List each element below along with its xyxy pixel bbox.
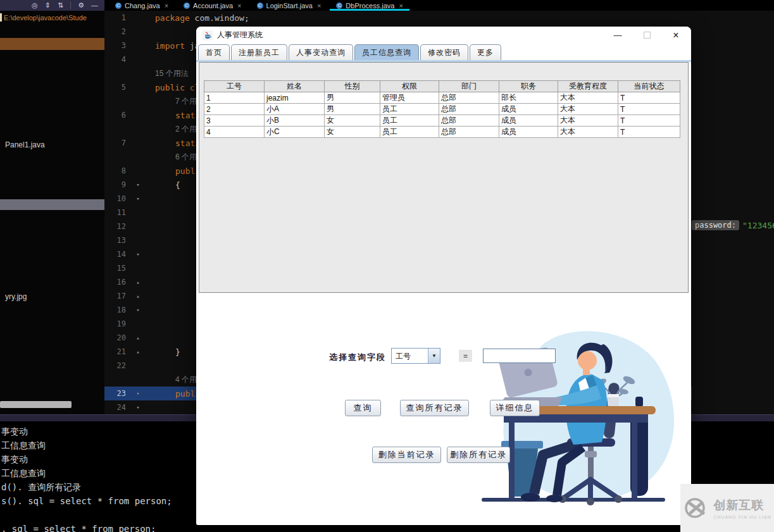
table-cell: 大本 bbox=[558, 127, 618, 138]
fold-marker-icon[interactable]: ▾ bbox=[131, 182, 145, 188]
code-token: package bbox=[155, 13, 190, 23]
close-tab-icon[interactable]: × bbox=[399, 2, 403, 9]
code-token: } bbox=[175, 347, 180, 357]
file-tab-chang-java[interactable]: CChang.java× bbox=[108, 0, 176, 11]
password-param-chip: password: bbox=[692, 220, 739, 230]
query-button[interactable]: 查询 bbox=[345, 400, 381, 416]
close-button[interactable]: × bbox=[671, 30, 681, 40]
file-tab-dbprocess-java[interactable]: CDbProcess.java× bbox=[328, 0, 410, 11]
line-number: 19 bbox=[104, 319, 131, 328]
tab-注册新员工[interactable]: 注册新员工 bbox=[231, 44, 287, 60]
table-row[interactable]: 4小C女员工总部成员大本T bbox=[204, 127, 680, 138]
app-window: 人事管理系统 — × 首页注册新员工人事变动查询员工信息查询修改密码更多 工号姓… bbox=[196, 27, 691, 525]
query-field-select[interactable]: 工号 ▼ bbox=[391, 348, 440, 364]
project-hover-row[interactable] bbox=[0, 199, 104, 210]
tab-人事变动查询[interactable]: 人事变动查询 bbox=[289, 44, 353, 60]
fold-marker-icon[interactable]: ▾ bbox=[131, 404, 145, 411]
java-app-icon bbox=[203, 30, 213, 40]
table-cell: T bbox=[618, 104, 680, 115]
line-number: 11 bbox=[104, 208, 131, 217]
line-number: 13 bbox=[104, 236, 131, 245]
password-string-literal: "123456" bbox=[742, 221, 774, 230]
table-cell: 小C bbox=[265, 127, 325, 138]
chevron-down-icon[interactable]: ▼ bbox=[428, 349, 440, 363]
delete-all-button[interactable]: 删除所有记录 bbox=[447, 447, 510, 463]
line-number: 23 bbox=[104, 389, 131, 398]
target-icon[interactable]: ◎ bbox=[32, 2, 38, 9]
file-tab-loginstart-java[interactable]: CLoginStart.java× bbox=[249, 0, 329, 11]
code-line: 1package com.window; bbox=[104, 11, 774, 25]
table-cell: 男 bbox=[325, 92, 380, 104]
close-tab-icon[interactable]: × bbox=[237, 2, 241, 9]
table-cell: 总部 bbox=[439, 127, 499, 138]
file-tab-account-java[interactable]: CAccount.java× bbox=[176, 0, 249, 11]
fold-marker-icon[interactable]: ▾ bbox=[131, 307, 145, 313]
tab-修改密码[interactable]: 修改密码 bbox=[420, 44, 468, 60]
file-tab-label: LoginStart.java bbox=[266, 2, 313, 9]
column-header[interactable]: 职务 bbox=[499, 81, 558, 92]
code-token: { bbox=[175, 180, 180, 190]
table-row[interactable]: 3小B女员工总部成员大本T bbox=[204, 115, 680, 127]
tab-员工信息查询[interactable]: 员工信息查询 bbox=[354, 44, 419, 60]
table-row[interactable]: 2小A男员工总部成员大本T bbox=[204, 104, 680, 115]
watermark-subtext: CHUANG XIN HU LIAN bbox=[713, 515, 771, 519]
line-number: 8 bbox=[104, 166, 131, 175]
class-file-icon: C bbox=[115, 3, 122, 9]
column-header[interactable]: 权限 bbox=[380, 81, 439, 92]
watermark-badge: 创新互联 CHUANG XIN HU LIAN bbox=[680, 484, 774, 532]
tab-首页[interactable]: 首页 bbox=[198, 44, 230, 60]
column-header[interactable]: 姓名 bbox=[265, 81, 325, 92]
code-text: { bbox=[165, 180, 180, 190]
tab-更多[interactable]: 更多 bbox=[470, 44, 501, 60]
editor-file-tabs: CChang.java×CAccount.java×CLoginStart.ja… bbox=[108, 0, 411, 11]
column-header[interactable]: 受教育程度 bbox=[558, 81, 618, 92]
line-number: 21 bbox=[104, 347, 131, 356]
table-cell: 成员 bbox=[499, 115, 558, 127]
detail-info-button[interactable]: 详细信息 bbox=[490, 400, 540, 416]
line-number: 15 bbox=[104, 264, 131, 273]
fold-marker-icon[interactable]: ▾ bbox=[131, 195, 145, 202]
table-row[interactable]: 1jeazim男管理员总部部长大本T bbox=[204, 92, 680, 104]
app-tab-bar: 首页注册新员工人事变动查询员工信息查询修改密码更多 bbox=[198, 44, 501, 60]
fold-marker-icon[interactable]: ▾ bbox=[131, 390, 145, 397]
app-title-bar[interactable]: 人事管理系统 — × bbox=[196, 27, 691, 44]
expand-all-icon[interactable]: ⇕ bbox=[45, 2, 51, 9]
maximize-button[interactable] bbox=[642, 30, 652, 40]
line-number: 5 bbox=[104, 83, 131, 92]
column-header[interactable]: 工号 bbox=[204, 81, 265, 92]
table-cell: 女 bbox=[325, 115, 380, 127]
fold-marker-icon[interactable]: ▴ bbox=[131, 349, 145, 355]
fold-marker-icon[interactable]: ▴ bbox=[131, 335, 145, 341]
close-tab-icon[interactable]: × bbox=[317, 2, 321, 9]
table-cell: 大本 bbox=[558, 92, 618, 104]
line-number: 1 bbox=[104, 13, 131, 22]
project-panel[interactable]: E:\develop\javacode\Stude Panel1.java yr… bbox=[0, 11, 104, 414]
project-file-yry[interactable]: yry.jpg bbox=[5, 292, 27, 301]
project-selected-row[interactable] bbox=[0, 38, 104, 50]
project-horizontal-scrollbar[interactable] bbox=[0, 401, 72, 408]
employee-table[interactable]: 工号姓名性别权限部门职务受教育程度当前状态1jeazim男管理员总部部长大本T2… bbox=[204, 80, 680, 138]
collapse-all-icon[interactable]: ⇅ bbox=[58, 2, 63, 9]
maximize-icon bbox=[644, 32, 651, 39]
query-value-input[interactable] bbox=[483, 349, 556, 363]
line-number: 16 bbox=[104, 278, 131, 287]
table-cell: 大本 bbox=[558, 115, 618, 127]
column-header[interactable]: 性别 bbox=[325, 81, 380, 92]
class-file-icon: C bbox=[336, 3, 342, 9]
close-tab-icon[interactable]: × bbox=[165, 2, 168, 9]
project-file-panel1[interactable]: Panel1.java bbox=[5, 140, 45, 149]
fold-marker-icon[interactable]: ▴ bbox=[131, 293, 145, 299]
column-header[interactable]: 当前状态 bbox=[618, 81, 680, 92]
delete-current-button[interactable]: 删除当前记录 bbox=[372, 447, 441, 463]
fold-marker-icon[interactable]: ▴ bbox=[131, 279, 145, 285]
table-cell: 大本 bbox=[558, 104, 618, 115]
query-all-button[interactable]: 查询所有记录 bbox=[400, 400, 469, 416]
table-cell: 男 bbox=[325, 104, 380, 115]
column-header[interactable]: 部门 bbox=[439, 81, 499, 92]
fold-marker-icon[interactable]: ▾ bbox=[131, 251, 145, 257]
line-number: 9 bbox=[104, 180, 131, 189]
hide-icon[interactable]: — bbox=[91, 2, 98, 9]
settings-icon[interactable]: ⚙ bbox=[78, 2, 84, 9]
line-number: 24 bbox=[104, 403, 131, 412]
minimize-button[interactable]: — bbox=[613, 30, 623, 40]
